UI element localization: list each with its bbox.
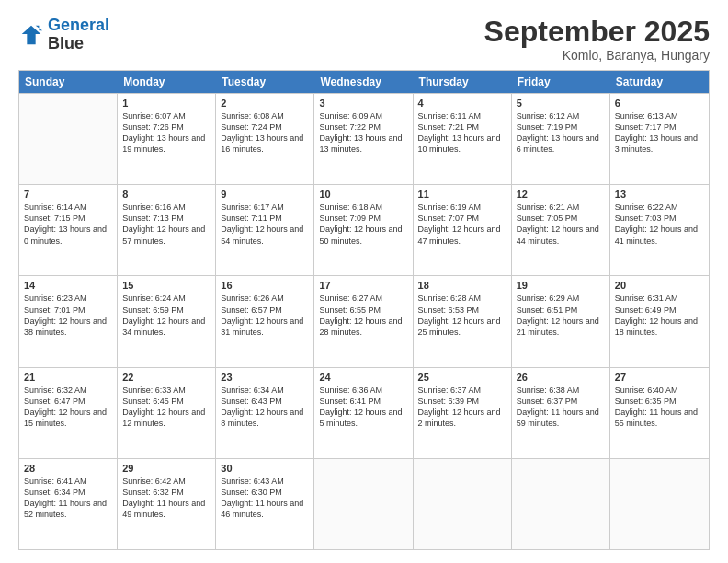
cal-cell-4-2: 30Sunrise: 6:43 AMSunset: 6:30 PMDayligh… <box>216 459 314 549</box>
cell-info: Sunrise: 6:24 AMSunset: 6:59 PMDaylight:… <box>122 293 210 338</box>
cell-info: Sunrise: 6:22 AMSunset: 7:03 PMDaylight:… <box>615 201 704 247</box>
svg-marker-1 <box>36 26 42 31</box>
header-tuesday: Tuesday <box>216 71 314 93</box>
week-row-1: 1Sunrise: 6:07 AMSunset: 7:26 PMDaylight… <box>19 93 709 184</box>
cell-info: Sunrise: 6:17 AMSunset: 7:11 PMDaylight:… <box>221 201 309 247</box>
cell-info: Sunrise: 6:21 AMSunset: 7:05 PMDaylight:… <box>517 201 605 247</box>
cell-info: Sunrise: 6:08 AMSunset: 7:24 PMDaylight:… <box>221 110 309 155</box>
cal-cell-3-3: 24Sunrise: 6:36 AMSunset: 6:41 PMDayligh… <box>314 368 413 458</box>
day-number: 18 <box>418 280 506 291</box>
cal-cell-4-4 <box>414 459 512 549</box>
cal-cell-0-3: 3Sunrise: 6:09 AMSunset: 7:22 PMDaylight… <box>314 94 413 184</box>
cal-cell-2-1: 15Sunrise: 6:24 AMSunset: 6:59 PMDayligh… <box>118 276 216 366</box>
week-row-2: 7Sunrise: 6:14 AMSunset: 7:15 PMDaylight… <box>19 184 709 275</box>
week-row-4: 21Sunrise: 6:32 AMSunset: 6:47 PMDayligh… <box>19 367 709 458</box>
cell-info: Sunrise: 6:16 AMSunset: 7:13 PMDaylight:… <box>122 201 210 247</box>
calendar-header: Sunday Monday Tuesday Wednesday Thursday… <box>19 71 709 93</box>
cell-info: Sunrise: 6:28 AMSunset: 6:53 PMDaylight:… <box>418 293 506 338</box>
cell-info: Sunrise: 6:37 AMSunset: 6:39 PMDaylight:… <box>418 385 506 430</box>
cal-cell-2-5: 19Sunrise: 6:29 AMSunset: 6:51 PMDayligh… <box>512 276 610 366</box>
page: General Blue September 2025 Komlo, Baran… <box>0 0 728 563</box>
week-row-3: 14Sunrise: 6:23 AMSunset: 7:01 PMDayligh… <box>19 275 709 366</box>
cell-info: Sunrise: 6:18 AMSunset: 7:09 PMDaylight:… <box>319 201 407 247</box>
cal-cell-4-0: 28Sunrise: 6:41 AMSunset: 6:34 PMDayligh… <box>19 459 118 549</box>
day-number: 17 <box>319 280 407 291</box>
cal-cell-3-5: 26Sunrise: 6:38 AMSunset: 6:37 PMDayligh… <box>512 368 610 458</box>
logo-icon <box>18 22 44 48</box>
cal-cell-1-1: 8Sunrise: 6:16 AMSunset: 7:13 PMDaylight… <box>118 185 216 275</box>
cal-cell-1-6: 13Sunrise: 6:22 AMSunset: 7:03 PMDayligh… <box>610 185 709 275</box>
day-number: 26 <box>517 372 605 383</box>
cell-info: Sunrise: 6:26 AMSunset: 6:57 PMDaylight:… <box>221 293 309 338</box>
cell-info: Sunrise: 6:38 AMSunset: 6:37 PMDaylight:… <box>517 385 605 430</box>
header-wednesday: Wednesday <box>314 71 413 93</box>
logo: General Blue <box>18 17 109 53</box>
day-number: 14 <box>24 280 112 291</box>
day-number: 24 <box>319 372 407 383</box>
svg-marker-0 <box>22 26 41 45</box>
day-number: 16 <box>221 280 309 291</box>
day-number: 21 <box>24 372 112 383</box>
cal-cell-2-4: 18Sunrise: 6:28 AMSunset: 6:53 PMDayligh… <box>414 276 512 366</box>
title-block: September 2025 Komlo, Baranya, Hungary <box>484 17 710 63</box>
cell-info: Sunrise: 6:27 AMSunset: 6:55 PMDaylight:… <box>319 293 407 338</box>
day-number: 27 <box>615 372 704 383</box>
cell-info: Sunrise: 6:31 AMSunset: 6:49 PMDaylight:… <box>615 293 704 338</box>
cal-cell-1-5: 12Sunrise: 6:21 AMSunset: 7:05 PMDayligh… <box>512 185 610 275</box>
cell-info: Sunrise: 6:07 AMSunset: 7:26 PMDaylight:… <box>122 110 210 155</box>
day-number: 11 <box>418 189 506 200</box>
header-thursday: Thursday <box>414 71 512 93</box>
cal-cell-4-3 <box>314 459 413 549</box>
cell-info: Sunrise: 6:13 AMSunset: 7:17 PMDaylight:… <box>615 110 704 155</box>
cal-cell-0-1: 1Sunrise: 6:07 AMSunset: 7:26 PMDaylight… <box>118 94 216 184</box>
day-number: 15 <box>122 280 210 291</box>
week-row-5: 28Sunrise: 6:41 AMSunset: 6:34 PMDayligh… <box>19 458 709 549</box>
calendar: Sunday Monday Tuesday Wednesday Thursday… <box>18 70 710 550</box>
day-number: 19 <box>517 280 605 291</box>
header-sunday: Sunday <box>19 71 118 93</box>
cell-info: Sunrise: 6:33 AMSunset: 6:45 PMDaylight:… <box>122 385 210 430</box>
cal-cell-4-1: 29Sunrise: 6:42 AMSunset: 6:32 PMDayligh… <box>118 459 216 549</box>
day-number: 10 <box>319 189 407 200</box>
cell-info: Sunrise: 6:14 AMSunset: 7:15 PMDaylight:… <box>24 201 112 247</box>
header-saturday: Saturday <box>610 71 709 93</box>
day-number: 29 <box>122 463 210 474</box>
cell-info: Sunrise: 6:41 AMSunset: 6:34 PMDaylight:… <box>24 476 112 521</box>
day-number: 6 <box>615 98 704 109</box>
cal-cell-4-5 <box>512 459 610 549</box>
cell-info: Sunrise: 6:32 AMSunset: 6:47 PMDaylight:… <box>24 385 112 430</box>
cal-cell-0-4: 4Sunrise: 6:11 AMSunset: 7:21 PMDaylight… <box>414 94 512 184</box>
cal-cell-4-6 <box>610 459 709 549</box>
cal-cell-0-6: 6Sunrise: 6:13 AMSunset: 7:17 PMDaylight… <box>610 94 709 184</box>
cal-cell-3-4: 25Sunrise: 6:37 AMSunset: 6:39 PMDayligh… <box>414 368 512 458</box>
day-number: 9 <box>221 189 309 200</box>
cal-cell-1-4: 11Sunrise: 6:19 AMSunset: 7:07 PMDayligh… <box>414 185 512 275</box>
calendar-body: 1Sunrise: 6:07 AMSunset: 7:26 PMDaylight… <box>19 93 709 549</box>
cal-cell-2-6: 20Sunrise: 6:31 AMSunset: 6:49 PMDayligh… <box>610 276 709 366</box>
cal-cell-3-1: 22Sunrise: 6:33 AMSunset: 6:45 PMDayligh… <box>118 368 216 458</box>
cal-cell-0-5: 5Sunrise: 6:12 AMSunset: 7:19 PMDaylight… <box>512 94 610 184</box>
cal-cell-0-2: 2Sunrise: 6:08 AMSunset: 7:24 PMDaylight… <box>216 94 314 184</box>
day-number: 22 <box>122 372 210 383</box>
cal-cell-3-6: 27Sunrise: 6:40 AMSunset: 6:35 PMDayligh… <box>610 368 709 458</box>
cal-cell-1-3: 10Sunrise: 6:18 AMSunset: 7:09 PMDayligh… <box>314 185 413 275</box>
day-number: 20 <box>615 280 704 291</box>
day-number: 23 <box>221 372 309 383</box>
location: Komlo, Baranya, Hungary <box>484 48 710 63</box>
day-number: 30 <box>221 463 309 474</box>
cell-info: Sunrise: 6:36 AMSunset: 6:41 PMDaylight:… <box>319 385 407 430</box>
cal-cell-0-0 <box>19 94 118 184</box>
cell-info: Sunrise: 6:42 AMSunset: 6:32 PMDaylight:… <box>122 476 210 521</box>
day-number: 1 <box>122 98 210 109</box>
day-number: 7 <box>24 189 112 200</box>
cell-info: Sunrise: 6:11 AMSunset: 7:21 PMDaylight:… <box>418 110 506 155</box>
day-number: 28 <box>24 463 112 474</box>
cell-info: Sunrise: 6:19 AMSunset: 7:07 PMDaylight:… <box>418 201 506 247</box>
cell-info: Sunrise: 6:12 AMSunset: 7:19 PMDaylight:… <box>517 110 605 155</box>
cal-cell-2-3: 17Sunrise: 6:27 AMSunset: 6:55 PMDayligh… <box>314 276 413 366</box>
cell-info: Sunrise: 6:43 AMSunset: 6:30 PMDaylight:… <box>221 476 309 521</box>
cell-info: Sunrise: 6:34 AMSunset: 6:43 PMDaylight:… <box>221 385 309 430</box>
logo-text: General Blue <box>48 17 109 53</box>
header-friday: Friday <box>512 71 610 93</box>
day-number: 25 <box>418 372 506 383</box>
